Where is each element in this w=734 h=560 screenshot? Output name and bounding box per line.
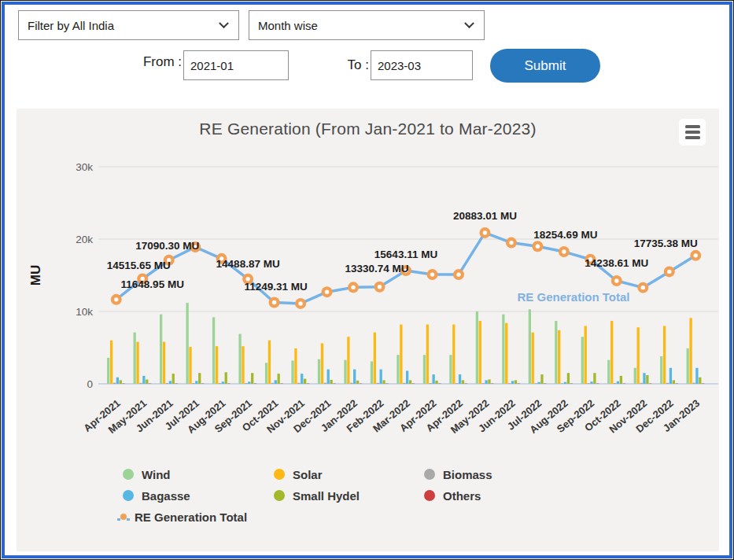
period-mode-value: Month wise xyxy=(258,19,318,32)
chevron-down-icon xyxy=(219,18,229,28)
region-filter-select[interactable]: Filter by All India xyxy=(18,10,239,40)
from-date-input[interactable] xyxy=(183,50,289,80)
to-date-input[interactable] xyxy=(371,50,473,80)
svg-text:10k: 10k xyxy=(76,306,93,318)
svg-text:11249.31 MU: 11249.31 MU xyxy=(244,281,307,293)
submit-button[interactable]: Submit xyxy=(490,49,600,83)
re-total-marker-icon xyxy=(120,514,127,520)
chevron-down-icon xyxy=(464,18,474,28)
bagasse-marker-icon xyxy=(123,490,134,501)
svg-text:11648.95 MU: 11648.95 MU xyxy=(121,278,184,290)
small-hydel-marker-icon xyxy=(274,490,285,501)
legend-item-bagasse[interactable]: Bagasse xyxy=(123,488,190,503)
legend-item-solar[interactable]: Solar xyxy=(274,467,323,481)
svg-text:15643.11 MU: 15643.11 MU xyxy=(374,249,437,260)
svg-text:20k: 20k xyxy=(76,234,93,245)
svg-text:13330.74 MU: 13330.74 MU xyxy=(345,263,409,274)
svg-text:20883.01 MU: 20883.01 MU xyxy=(453,210,517,222)
svg-text:14488.87 MU: 14488.87 MU xyxy=(216,258,280,270)
legend-item-biomass[interactable]: Biomass xyxy=(424,467,492,481)
legend-item-small-hydel[interactable]: Small Hydel xyxy=(274,488,360,503)
svg-text:30k: 30k xyxy=(76,161,93,173)
legend-item-others[interactable]: Others xyxy=(424,488,481,503)
chart-panel: RE Generation (From Jan-2021 to Mar-2023… xyxy=(17,109,719,551)
to-label: To : xyxy=(334,54,369,76)
svg-text:17090.30 MU: 17090.30 MU xyxy=(135,240,199,252)
svg-text:14238.61 MU: 14238.61 MU xyxy=(585,257,648,269)
svg-text:18254.69 MU: 18254.69 MU xyxy=(533,229,597,241)
period-mode-select[interactable]: Month wise xyxy=(249,10,485,40)
svg-text:0: 0 xyxy=(87,378,93,390)
svg-text:17735.38 MU: 17735.38 MU xyxy=(634,238,698,249)
region-filter-value: Filter by All India xyxy=(28,19,114,32)
others-marker-icon xyxy=(424,490,435,501)
chart-canvas: 010k20k30kMUApr-2021May-2021Jun-2021Jul-… xyxy=(17,109,719,551)
biomass-marker-icon xyxy=(424,469,435,480)
legend-item-wind[interactable]: Wind xyxy=(123,467,171,481)
legend-item-re-generation-total[interactable]: RE Generation Total xyxy=(120,510,247,524)
solar-marker-icon xyxy=(274,469,285,480)
wind-marker-icon xyxy=(123,469,134,480)
svg-text:14515.65 MU: 14515.65 MU xyxy=(107,260,171,271)
from-label: From : xyxy=(142,51,182,72)
svg-text:RE Generation Total: RE Generation Total xyxy=(517,290,629,304)
app-window: Filter by All India Month wise From : To… xyxy=(0,0,734,560)
svg-text:MU: MU xyxy=(28,265,43,286)
